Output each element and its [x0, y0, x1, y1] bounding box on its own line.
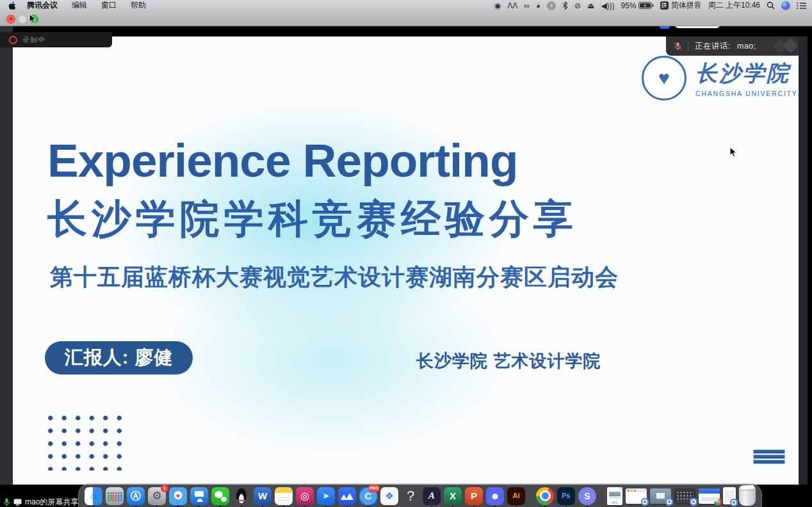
input-method-menu[interactable]: 拼 简体拼音 [660, 0, 702, 11]
logo-chinese-name: 长沙学院 [695, 59, 798, 88]
dock-minimized-window-photo[interactable] [650, 488, 671, 504]
mic-active-icon [3, 498, 10, 507]
dock-minimized-window-doc[interactable] [626, 488, 647, 504]
notification-badge: 1 [161, 485, 168, 492]
dock-separator-2 [601, 487, 602, 506]
file-type-label: JPG [607, 501, 622, 504]
bluetooth-icon[interactable] [562, 1, 568, 10]
slide-title-english: Experience Reporting [47, 134, 518, 187]
mouse-cursor [29, 13, 37, 28]
thumbnail-app-badge-icon [665, 498, 673, 506]
thumbnail-app-badge-icon [641, 498, 649, 506]
letterbox-right [799, 36, 808, 485]
dock-wechat[interactable] [211, 487, 229, 505]
menu-item-1[interactable]: 编辑 [72, 0, 87, 11]
dock-trash[interactable] [739, 487, 756, 506]
dock-minimized-window-grid[interactable] [674, 488, 695, 504]
recording-label: 录制中 [22, 35, 45, 45]
dock-molecule-app[interactable]: ❖ [380, 487, 398, 505]
slide-title-chinese: 长沙学院学科竞赛经验分享 [47, 192, 578, 246]
speaking-label: 正在讲话: [695, 41, 731, 52]
dock-illustrator[interactable]: Ai [507, 487, 525, 505]
slide-subtitle: 第十五届蓝桥杯大赛视觉艺术设计赛湖南分赛区启动会 [50, 262, 619, 293]
dock-finder[interactable]: ☺ [85, 487, 102, 505]
creative-cloud-icon[interactable]: ◕ [536, 2, 540, 10]
dock-minimized-window-web[interactable] [699, 488, 720, 504]
dock-word[interactable]: W [254, 487, 272, 505]
control-center-list-icon[interactable] [797, 2, 806, 10]
input-method-label: 简体拼音 [671, 0, 702, 11]
dock-discord[interactable]: ☻ [486, 487, 504, 505]
menu-item-0[interactable]: 腾讯会议 [27, 0, 58, 11]
dock-c-pro-app[interactable]: CPRO [359, 487, 377, 505]
battery-icon [638, 2, 654, 9]
dock-acrobat[interactable]: A [423, 487, 441, 505]
dock-tencent-meeting[interactable] [338, 487, 356, 505]
organization-text: 长沙学院 艺术设计学院 [416, 350, 601, 373]
dock-minimized-window-tall[interactable] [723, 487, 736, 504]
dock-system-preferences[interactable]: ⚙1 [148, 487, 166, 505]
battery-indicator[interactable]: 95% [621, 1, 654, 10]
screen-share-indicator: mao的屏幕共享 [3, 497, 78, 507]
thumbnail-app-badge-icon [690, 498, 697, 506]
volume-icon[interactable]: ◀))) [601, 2, 614, 10]
presentation-slide: Experience Reporting 长沙学院学科竞赛经验分享 第十五届蓝桥… [13, 36, 799, 485]
thumbnail-app-badge-icon [730, 499, 738, 506]
search-icon[interactable] [767, 1, 775, 10]
logo-english-name: CHANGSHA UNIVERCITY [695, 90, 798, 97]
decorative-bars [754, 450, 784, 465]
presenter-pill: 汇报人: 廖健 [45, 341, 193, 374]
recording-indicator: 录制中 [0, 32, 112, 47]
dock-notes[interactable] [275, 487, 293, 505]
speaking-toast: 正在讲话: mao; [666, 36, 802, 56]
dock-purple-s-app[interactable]: S [578, 487, 596, 505]
close-button[interactable]: ✕ [6, 15, 15, 24]
letterbox-left [0, 26, 13, 485]
meeting-mountains-icon[interactable]: ΛΛ [507, 2, 517, 10]
dock-question-placeholder[interactable]: ? [402, 487, 419, 505]
siri-icon[interactable] [781, 1, 790, 10]
menu-bar: 腾讯会议编辑窗口帮助 ◉ΛΛ∞◕›⊘⏏◀))) 95% 拼 简体拼音 周二 上午… [0, 0, 812, 11]
dock: ☺⣿Ⓐ⚙1✦W◎➤CPRO❖?AXP☻AiPsSJPG [78, 483, 762, 507]
record-circle-icon[interactable]: ◉ [494, 2, 501, 10]
dock-jpg-file[interactable]: JPG [607, 487, 622, 505]
dock-keynote[interactable] [190, 487, 208, 505]
decorative-dot-grid [44, 412, 126, 471]
eject-icon[interactable]: ⏏ [587, 2, 594, 10]
dock-powerpoint[interactable]: P [465, 487, 483, 505]
apple-menu-icon[interactable] [8, 1, 16, 10]
chevron-circle-icon[interactable]: › [547, 1, 556, 10]
university-emblem-icon: ♥ [642, 56, 686, 101]
dock-dingtalk[interactable]: ➤ [317, 487, 335, 505]
dock-photoshop[interactable]: Ps [557, 487, 575, 505]
minimize-button[interactable] [18, 15, 27, 24]
window-titlebar: ✕ [0, 11, 812, 26]
mouse-cursor-ghost [729, 147, 737, 161]
menu-item-3[interactable]: 帮助 [131, 0, 146, 11]
menu-bar-clock[interactable]: 周二 上午10:46 [708, 0, 760, 11]
menu-item-2[interactable]: 窗口 [101, 0, 117, 11]
screen-icon [13, 499, 22, 506]
dock-excel[interactable]: X [444, 487, 462, 505]
battery-percent: 95% [621, 1, 637, 10]
twin-circles-icon[interactable]: ∞ [524, 2, 530, 10]
thumbnail-app-badge-icon [714, 498, 722, 506]
recording-dot-icon [9, 36, 17, 44]
status-area: ◉ΛΛ∞◕›⊘⏏◀))) 95% 拼 简体拼音 周二 上午10:46 [494, 0, 806, 11]
notification-badge: PRO [368, 485, 380, 492]
sync-slash-icon[interactable]: ⊘ [574, 2, 581, 10]
dock-app-store[interactable]: Ⓐ [127, 487, 145, 505]
dock-launchpad[interactable]: ⣿ [106, 487, 124, 505]
speaker-name: mao; [737, 42, 756, 51]
watermark-diamond-icon [783, 38, 798, 53]
menu-list: 腾讯会议编辑窗口帮助 [27, 0, 146, 11]
dock-safari[interactable]: ✦ [169, 487, 187, 505]
status-icon-row: ◉ΛΛ∞◕›⊘⏏◀))) [494, 1, 615, 10]
share-label: mao的屏幕共享 [25, 497, 78, 507]
muted-mic-icon [673, 42, 683, 51]
dock-pink-circle-app[interactable]: ◎ [296, 487, 314, 505]
dock-qq[interactable] [232, 487, 250, 505]
dock-chrome[interactable] [536, 487, 554, 505]
university-logo: ♥ 长沙学院 CHANGSHA UNIVERCITY [642, 56, 798, 101]
dock-separator-1 [530, 487, 531, 506]
